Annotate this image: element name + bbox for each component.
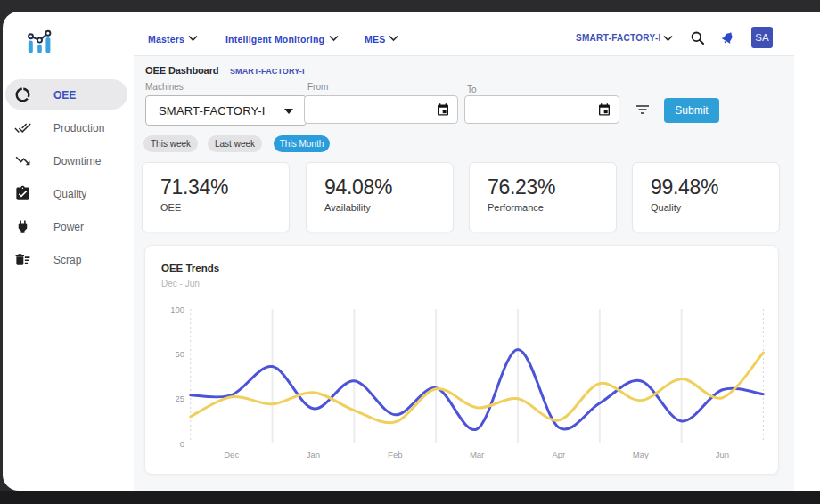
svg-text:25: 25 xyxy=(175,394,184,403)
svg-text:Feb: Feb xyxy=(388,450,402,459)
svg-text:100: 100 xyxy=(170,305,184,314)
svg-text:Mar: Mar xyxy=(470,450,484,459)
svg-text:Dec: Dec xyxy=(224,450,239,459)
svg-text:0: 0 xyxy=(180,439,184,449)
svg-text:Apr: Apr xyxy=(553,450,566,459)
svg-text:Jan: Jan xyxy=(307,450,320,459)
svg-text:Jun: Jun xyxy=(716,450,729,459)
svg-text:May: May xyxy=(633,450,649,459)
svg-text:50: 50 xyxy=(175,349,184,359)
